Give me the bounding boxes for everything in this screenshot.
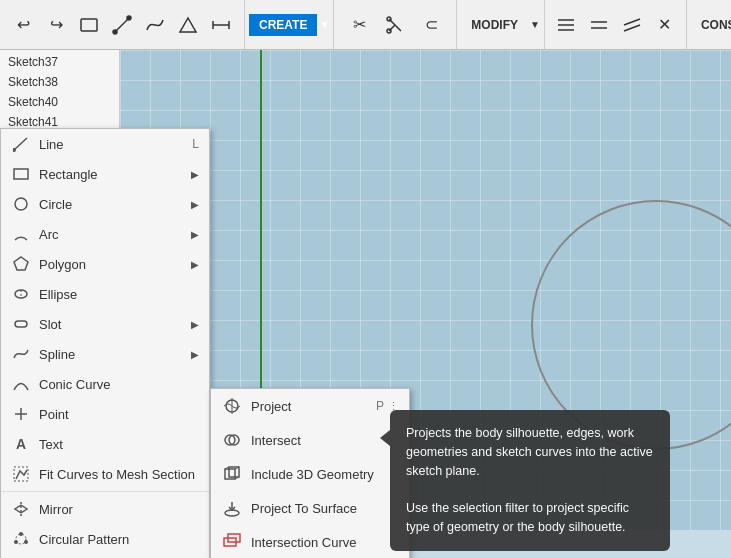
submenu-item-project-to-surface[interactable]: Project To Surface (211, 491, 409, 525)
line-label: Line (39, 137, 192, 152)
tooltip-text-2: Use the selection filter to project spec… (406, 499, 654, 537)
svg-point-29 (24, 540, 28, 544)
menu-item-rectangle[interactable]: Rectangle ▶ (1, 159, 209, 189)
spline-submenu-arrow-icon: ▶ (191, 349, 199, 360)
menu-item-circular-pattern[interactable]: Circular Pattern (1, 524, 209, 554)
ellipse-label: Ellipse (39, 287, 199, 302)
svg-rect-22 (15, 321, 27, 327)
svg-point-1 (113, 30, 117, 34)
menu-item-line[interactable]: Line L (1, 129, 209, 159)
project-sub-icon (221, 395, 243, 417)
modify-arrow-icon: ▼ (530, 19, 540, 30)
menu-item-conic-curve[interactable]: Conic Curve (1, 369, 209, 399)
circle-label: Circle (39, 197, 191, 212)
menu-item-mirror[interactable]: Mirror (1, 494, 209, 524)
line-shortcut: L (192, 137, 199, 151)
horiz-dim-icon[interactable] (206, 10, 236, 40)
create-dropdown-menu: Line L Rectangle ▶ Circle ▶ Arc ▶ (0, 128, 210, 558)
fit-curves-icon (11, 464, 31, 484)
svg-line-15 (14, 138, 27, 150)
svg-rect-17 (14, 169, 28, 179)
intersect-icon (221, 429, 243, 451)
svg-point-2 (127, 16, 131, 20)
tooltip-box: Projects the body silhouette, edges, wor… (390, 410, 670, 551)
slot-label: Slot (39, 317, 191, 332)
polygon-icon (11, 254, 31, 274)
sketch-tree-item-38[interactable]: Sketch38 (0, 72, 119, 92)
redo-icon[interactable]: ↪ (41, 10, 71, 40)
menu-item-arc[interactable]: Arc ▶ (1, 219, 209, 249)
line-icon (11, 134, 31, 154)
toolbar-icon-2[interactable] (584, 10, 614, 40)
project-to-surface-icon (221, 497, 243, 519)
include-3d-icon (221, 463, 243, 485)
rect-icon (11, 164, 31, 184)
sketch-tree-item-40[interactable]: Sketch40 (0, 92, 119, 112)
point-label: Point (39, 407, 199, 422)
sketch-tree-item-37[interactable]: Sketch37 (0, 52, 119, 72)
svg-line-13 (624, 19, 640, 25)
intersect-label: Intersect (251, 433, 399, 448)
project-to-surface-label: Project To Surface (251, 501, 399, 516)
polygon-label: Polygon (39, 257, 191, 272)
ellipse-icon (11, 284, 31, 304)
toolbar-icons-left: ↩ ↪ (0, 10, 244, 40)
submenu-item-include-3d[interactable]: Include 3D Geometry (211, 457, 409, 491)
toolbar-icon-1[interactable] (551, 10, 581, 40)
text-tool-icon: A (11, 434, 31, 454)
menu-item-point[interactable]: Point (1, 399, 209, 429)
rectangle-label: Rectangle (39, 167, 191, 182)
tooltip-arrow (380, 430, 390, 446)
circular-pattern-icon (11, 529, 31, 549)
slot-icon (11, 314, 31, 334)
toolbar-icon-3[interactable] (617, 10, 647, 40)
submenu-item-intersection-curve[interactable]: Intersection Curve (211, 525, 409, 558)
mirror-icon (11, 499, 31, 519)
cut-icon[interactable]: ✂ (344, 10, 374, 40)
create-menu-button[interactable]: CREATE (249, 14, 317, 36)
menu-item-fit-curves[interactable]: Fit Curves to Mesh Section (1, 459, 209, 489)
menu-separator-1 (1, 491, 209, 492)
project-shortcut: P (376, 399, 384, 413)
menu-item-text[interactable]: A Text (1, 429, 209, 459)
svg-point-28 (19, 532, 23, 536)
menu-item-polygon[interactable]: Polygon ▶ (1, 249, 209, 279)
text-label: Text (39, 437, 199, 452)
constraints-menu-button[interactable]: CONSTRAINTS (691, 14, 731, 36)
svg-point-18 (15, 198, 27, 210)
svg-line-14 (624, 25, 640, 31)
rectangle-tool-icon[interactable] (74, 10, 104, 40)
menu-item-circle[interactable]: Circle ▶ (1, 189, 209, 219)
menu-item-slot[interactable]: Slot ▶ (1, 309, 209, 339)
menu-item-ellipse[interactable]: Ellipse (1, 279, 209, 309)
arc-submenu-arrow-icon: ▶ (191, 229, 199, 240)
modify-menu-button[interactable]: MODIFY (461, 14, 528, 36)
rect-submenu-arrow-icon: ▶ (191, 169, 199, 180)
menu-item-rectangular-pattern[interactable]: Rectangular Pattern (1, 554, 209, 558)
menu-item-spline[interactable]: Spline ▶ (1, 339, 209, 369)
submenu-item-project[interactable]: Project P ⋮ (211, 389, 409, 423)
tooltip-text-1: Projects the body silhouette, edges, wor… (406, 424, 654, 480)
project-sub-label: Project (251, 399, 376, 414)
mirror-label: Mirror (39, 502, 199, 517)
conic-curve-label: Conic Curve (39, 377, 199, 392)
project-include-submenu: Project P ⋮ Intersect Include 3D Geometr… (210, 388, 410, 558)
sketch-line-icon[interactable] (107, 10, 137, 40)
fit-curves-label: Fit Curves to Mesh Section (39, 467, 199, 482)
undo-icon[interactable]: ↩ (8, 10, 38, 40)
spline-icon (11, 344, 31, 364)
svg-marker-19 (14, 257, 28, 270)
svg-point-30 (14, 540, 18, 544)
spline-label: Spline (39, 347, 191, 362)
slot-submenu-arrow-icon: ▶ (191, 319, 199, 330)
include-3d-label: Include 3D Geometry (251, 467, 399, 482)
toolbar-icon-4[interactable]: ✕ (650, 10, 680, 40)
conic-curve-icon (11, 374, 31, 394)
top-toolbar: ↩ ↪ (0, 0, 731, 50)
extend-icon[interactable]: ⊂ (416, 10, 446, 40)
svg-rect-0 (81, 19, 97, 31)
spline-tool-icon[interactable] (140, 10, 170, 40)
triangle-tool-icon[interactable] (173, 10, 203, 40)
trim-icon[interactable] (380, 10, 410, 40)
create-arrow-icon: ▼ (319, 19, 329, 30)
